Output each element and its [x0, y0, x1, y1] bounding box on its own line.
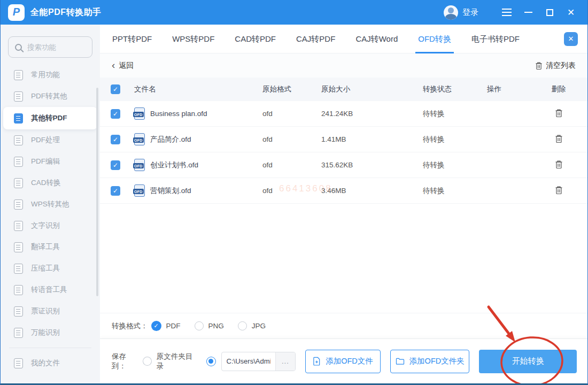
row-checkbox[interactable]	[111, 186, 120, 196]
radio-pdf-label[interactable]: PDF	[166, 322, 181, 330]
header-status: 转换状态	[423, 84, 487, 94]
table-row: 营销策划.ofd ofd 3.46MB 待转换	[100, 178, 587, 204]
sidebar-item-universal-ocr[interactable]: 万能识别	[1, 322, 100, 343]
list-toolbar: ‹ 返回 清空列表	[100, 53, 587, 78]
add-file-icon	[313, 357, 321, 366]
radio-pdf-selected-icon[interactable]	[151, 321, 161, 331]
tab-caj-to-word[interactable]: CAJ转Word	[345, 25, 408, 53]
format-label: 转换格式：	[112, 321, 148, 331]
pdf-process-icon	[14, 135, 23, 145]
sidebar-item-compress[interactable]: 压缩工具	[1, 258, 100, 279]
file-list-empty-area: 66413608	[100, 204, 587, 313]
sidebar-item-other-to-pdf[interactable]: 其他转PDF	[3, 107, 97, 129]
minimize-button[interactable]	[519, 4, 537, 20]
pdf-edit-icon	[14, 157, 23, 167]
delete-row-button[interactable]	[555, 109, 563, 118]
my-files-icon	[14, 358, 23, 368]
start-convert-button[interactable]: 开始转换	[479, 350, 577, 373]
app-title: 全能PDF转换助手	[30, 7, 102, 18]
user-avatar[interactable]	[444, 5, 458, 20]
radio-png-icon[interactable]	[195, 321, 204, 330]
login-button[interactable]: 登录	[462, 7, 478, 18]
sidebar-item-my-files[interactable]: 我的文件	[1, 352, 100, 374]
tab-ofd-convert[interactable]: OFD转换	[408, 25, 461, 53]
ofd-file-icon	[134, 159, 145, 171]
sidebar: 常用功能 PDF转其他 其他转PDF PDF处理 PDF编辑 CAD转换 WPS…	[1, 25, 100, 383]
trash-icon	[555, 109, 563, 118]
add-folder-icon	[396, 357, 405, 365]
bottom-bar: 保存到： 原文件夹目录 ... 添加OFD文件 添加OFD文件夹 开始转换	[100, 338, 587, 383]
tab-wps-to-pdf[interactable]: WPS转PDF	[162, 25, 225, 53]
sidebar-nav: 常用功能 PDF转其他 其他转PDF PDF处理 PDF编辑 CAD转换 WPS…	[1, 64, 100, 374]
sidebar-item-cad-convert[interactable]: CAD转换	[1, 172, 100, 194]
delete-row-button[interactable]	[555, 186, 563, 195]
translate-icon	[14, 242, 23, 252]
file-status: 待转换	[423, 109, 487, 119]
wps-to-other-icon	[14, 199, 23, 210]
sidebar-item-ticket-ocr[interactable]: 票证识别	[1, 301, 100, 322]
sidebar-item-ocr-text[interactable]: 文字识别	[1, 215, 100, 236]
radio-jpg-label[interactable]: JPG	[252, 322, 266, 330]
file-status: 待转换	[423, 160, 487, 170]
row-checkbox[interactable]	[111, 160, 120, 170]
app-window: P 全能PDF转换助手 登录 常用功能 PDF转其他 其他转PDF PDF处理 …	[0, 0, 588, 385]
sidebar-scrollbar[interactable]	[96, 88, 98, 296]
sidebar-item-translate[interactable]: 翻译工具	[1, 236, 100, 258]
radio-custom-path-icon[interactable]	[206, 357, 216, 366]
add-ofd-files-button[interactable]: 添加OFD文件	[305, 350, 381, 373]
close-button[interactable]	[562, 4, 580, 20]
search-box[interactable]	[8, 36, 92, 58]
table-row: 产品简介.ofd ofd 1.41MB 待转换	[100, 127, 587, 152]
sidebar-item-common-tools[interactable]: 常用功能	[1, 64, 100, 86]
tab-ppt-to-pdf[interactable]: PPT转PDF	[102, 25, 162, 53]
sidebar-item-to-speech[interactable]: 转语音工具	[1, 279, 100, 301]
universal-ocr-icon	[14, 328, 23, 338]
clear-list-button[interactable]: 清空列表	[535, 61, 576, 71]
app-logo-icon: P	[8, 4, 25, 21]
table-row: 创业计划书.ofd ofd 315.62KB 待转换	[100, 152, 587, 178]
sidebar-item-pdf-to-other[interactable]: PDF转其他	[1, 86, 100, 107]
pdf-to-other-icon	[14, 91, 23, 102]
radio-png-label[interactable]: PNG	[208, 322, 224, 330]
maximize-button[interactable]	[540, 4, 559, 20]
back-chevron-icon: ‹	[112, 60, 115, 70]
main-panel: PPT转PDF WPS转PDF CAD转PDF CAJ转PDF CAJ转Word…	[100, 25, 587, 383]
delete-row-button[interactable]	[555, 160, 563, 169]
file-name: Business plan.ofd	[150, 110, 207, 118]
sidebar-item-pdf-edit[interactable]: PDF编辑	[1, 151, 100, 172]
file-status: 待转换	[423, 186, 487, 196]
delete-row-button[interactable]	[555, 134, 563, 143]
save-to-label: 保存到：	[112, 352, 141, 371]
file-name: 创业计划书.ofd	[150, 160, 198, 170]
sidebar-item-wps-to-other[interactable]: WPS转其他	[1, 194, 100, 215]
row-checkbox[interactable]	[111, 109, 120, 119]
ofd-file-icon	[134, 184, 145, 197]
tab-ebook-to-pdf[interactable]: 电子书转PDF	[461, 25, 530, 53]
table-header: 文件名 原始格式 原始大小 转换状态 操作 删除	[100, 78, 587, 101]
add-ofd-folder-button[interactable]: 添加OFD文件夹	[390, 350, 470, 373]
file-format: ofd	[262, 110, 321, 118]
browse-button[interactable]: ...	[275, 352, 296, 371]
tab-caj-to-pdf[interactable]: CAJ转PDF	[286, 25, 345, 53]
file-size: 1.41MB	[321, 135, 423, 143]
ticket-ocr-icon	[14, 306, 23, 317]
file-size: 3.46MB	[321, 187, 423, 195]
search-input[interactable]	[27, 43, 86, 51]
row-checkbox[interactable]	[111, 135, 120, 144]
tab-close-icon[interactable]	[564, 32, 578, 46]
radio-original-folder-icon[interactable]	[143, 357, 152, 366]
file-status: 待转换	[423, 135, 487, 144]
radio-jpg-icon[interactable]	[238, 321, 247, 330]
original-folder-label[interactable]: 原文件夹目录	[157, 352, 200, 371]
file-format: ofd	[262, 135, 321, 143]
tabbar: PPT转PDF WPS转PDF CAD转PDF CAJ转PDF CAJ转Word…	[100, 25, 587, 53]
select-all-checkbox[interactable]	[111, 84, 120, 94]
file-format: ofd	[262, 161, 321, 169]
titlebar: P 全能PDF转换助手 登录	[1, 0, 587, 25]
back-button[interactable]: ‹ 返回	[112, 60, 134, 71]
output-path-input[interactable]	[222, 357, 275, 365]
sidebar-item-pdf-process[interactable]: PDF处理	[1, 129, 100, 151]
menu-hamburger-icon[interactable]	[498, 4, 516, 20]
format-row: 转换格式： PDF PNG JPG	[100, 313, 587, 338]
tab-cad-to-pdf[interactable]: CAD转PDF	[225, 25, 286, 53]
